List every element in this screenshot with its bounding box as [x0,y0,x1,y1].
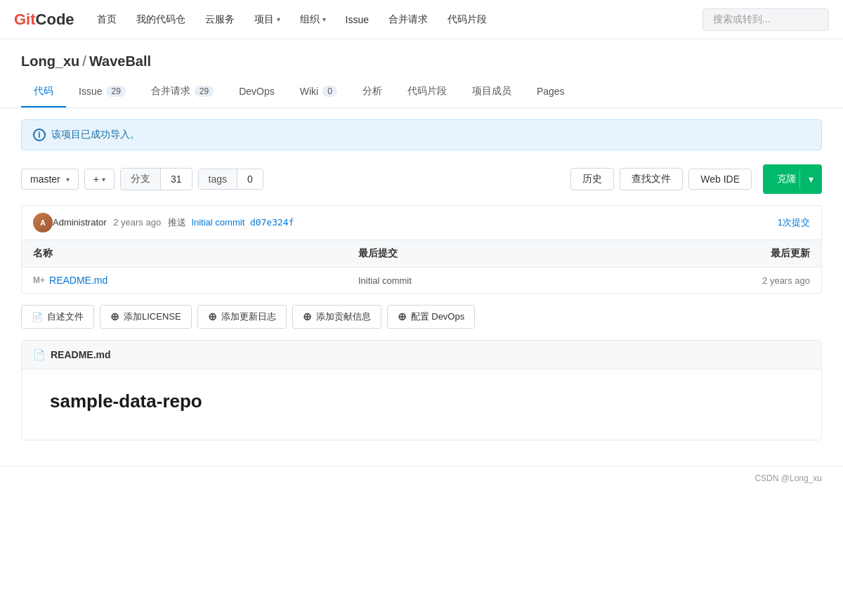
plus-icon: ⊕ [398,310,407,323]
breadcrumb-separator: / [82,53,86,69]
logo[interactable]: GitCode [14,11,74,29]
tab-analysis[interactable]: 分析 [350,77,395,107]
avatar: A [33,213,53,232]
branch-selector[interactable]: master ▾ [21,169,79,190]
file-time-text: 2 years ago [684,275,810,286]
footer: CSDN @Long_xu [0,466,843,490]
breadcrumb-area: Long_xu/WaveBall [0,39,843,77]
readme-file-icon: 📄 [33,349,45,360]
commit-info: Administrator 2 years ago 推送 Initial com… [53,216,294,229]
readme-filename: README.md [51,349,111,360]
breadcrumb: Long_xu/WaveBall [21,53,822,70]
commit-hash[interactable]: d07e324f [250,217,294,228]
plus-icon: ⊕ [208,310,217,323]
commit-author: Administrator [53,217,107,228]
main-content: i 该项目已成功导入。 master ▾ + ▾ 分支 31 tags 0 历史… [0,108,843,452]
info-banner: i 该项目已成功导入。 [21,119,822,150]
chevron-down-icon: ▾ [799,169,822,189]
readme-btn-label: 自述文件 [47,310,84,323]
tab-wiki[interactable]: Wiki 0 [287,77,350,107]
search-input[interactable]: 搜索或转到... [702,8,829,31]
add-license-button[interactable]: ⊕ 添加LICENSE [100,305,192,329]
readme-title: sample-data-repo [50,391,793,412]
logo-code: Code [36,11,74,28]
chevron-down-icon: ▾ [102,176,105,183]
info-banner-text: 该项目已成功导入。 [51,129,140,141]
add-button[interactable]: + ▾ [84,169,115,190]
config-devops-label: 配置 DevOps [411,310,465,323]
readme-button[interactable]: 📄 自述文件 [21,305,94,329]
col-name: 名称 [33,247,358,260]
file-icon: M+ [33,275,45,285]
file-commit-text: Initial commit [358,275,684,286]
file-name-text: README.md [49,275,107,286]
controls-row: master ▾ + ▾ 分支 31 tags 0 历史 查找文件 Web ID… [21,164,822,194]
nav-project[interactable]: 项目 ▾ [246,0,289,39]
nav-issue[interactable]: Issue [337,0,377,39]
readme-section: 📄 README.md sample-data-repo [21,340,822,440]
add-contributing-button[interactable]: ⊕ 添加贡献信息 [292,305,381,329]
action-buttons: 📄 自述文件 ⊕ 添加LICENSE ⊕ 添加更新日志 ⊕ 添加贡献信息 ⊕ 配… [21,305,822,329]
merge-badge: 29 [195,86,214,97]
chevron-down-icon: ▾ [66,176,70,183]
add-license-label: 添加LICENSE [124,310,181,323]
tab-devops[interactable]: DevOps [226,77,287,107]
breadcrumb-repo[interactable]: WaveBall [89,53,151,69]
tags-count-badge[interactable]: tags 0 [198,169,263,190]
chevron-down-icon: ▾ [277,15,280,23]
web-ide-button[interactable]: Web IDE [688,169,752,190]
navbar: GitCode 首页 我的代码仓 云服务 项目 ▾ 组织 ▾ Issue 合并请… [0,0,843,39]
add-changelog-label: 添加更新日志 [221,310,276,323]
wiki-badge: 0 [322,86,337,97]
commit-count[interactable]: 1次提交 [778,216,810,229]
find-file-button[interactable]: 查找文件 [620,168,683,190]
breadcrumb-owner[interactable]: Long_xu [21,53,79,69]
readme-content: sample-data-repo [22,369,821,440]
nav-myrepo[interactable]: 我的代码仓 [128,0,194,39]
clone-button[interactable]: 克隆 ▾ [763,164,822,194]
tab-merge[interactable]: 合并请求 29 [138,77,226,107]
tags-label: tags [199,169,237,189]
file-table: 名称 最后提交 最后更新 M+ README.md Initial commit… [21,240,822,294]
commit-row: A Administrator 2 years ago 推送 Initial c… [21,205,822,240]
file-table-header: 名称 最后提交 最后更新 [22,240,821,268]
commit-message[interactable]: Initial commit [191,217,244,228]
tab-snippet[interactable]: 代码片段 [395,77,459,107]
branch-count: 31 [161,169,192,189]
file-name-link[interactable]: M+ README.md [33,275,358,286]
history-button[interactable]: 历史 [570,168,614,190]
tab-code[interactable]: 代码 [21,77,66,107]
tab-pages[interactable]: Pages [524,77,577,107]
readme-header: 📄 README.md [22,341,821,369]
footer-text: CSDN @Long_xu [754,473,822,483]
nav-snippet[interactable]: 代码片段 [439,0,495,39]
branch-count-badge[interactable]: 分支 31 [120,168,192,190]
nav-home[interactable]: 首页 [89,0,125,39]
branch-name: master [30,173,60,185]
col-commit: 最后提交 [358,247,684,260]
chevron-down-icon: ▾ [322,15,326,23]
add-contributing-label: 添加贡献信息 [316,310,371,323]
nav-merge[interactable]: 合并请求 [380,0,436,39]
logo-git: Git [14,11,36,28]
file-icon: 📄 [32,312,43,322]
issue-badge: 29 [106,86,125,97]
nav-org[interactable]: 组织 ▾ [292,0,334,39]
tab-members[interactable]: 项目成员 [459,77,524,107]
tags-count: 0 [237,169,263,189]
commit-time: 2 years ago [113,217,161,228]
plus-icon: ⊕ [110,310,119,323]
plus-icon: ⊕ [303,310,312,323]
config-devops-button[interactable]: ⊕ 配置 DevOps [387,305,476,329]
nav-cloud[interactable]: 云服务 [197,0,243,39]
branch-count-label: 分支 [121,169,161,190]
tab-issue[interactable]: Issue 29 [66,77,138,107]
commit-action: 推送 [168,217,186,228]
table-row: M+ README.md Initial commit 2 years ago [22,268,821,293]
col-update: 最后更新 [684,247,810,260]
tabs: 代码 Issue 29 合并请求 29 DevOps Wiki 0 分析 代码片… [0,77,843,108]
info-icon: i [33,129,46,141]
add-changelog-button[interactable]: ⊕ 添加更新日志 [197,305,287,329]
